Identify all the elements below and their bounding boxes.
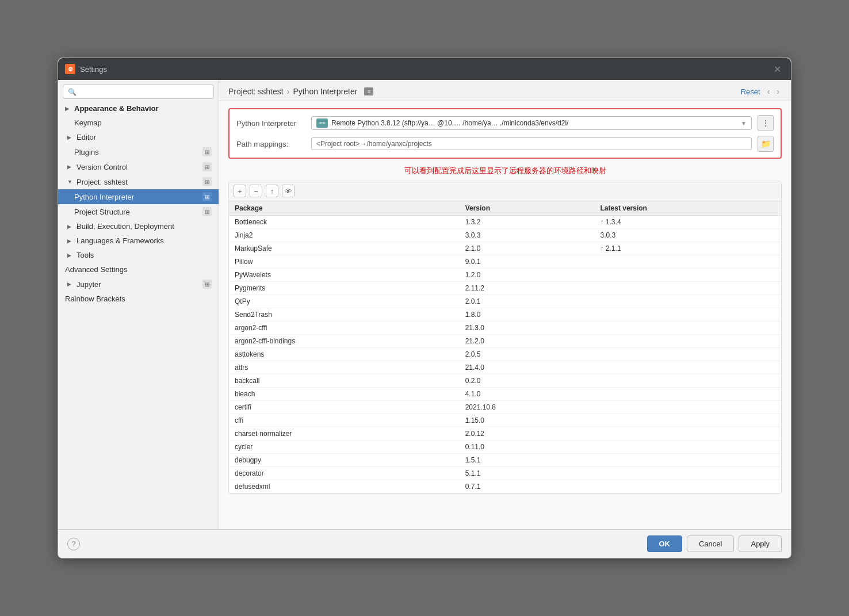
arrow-icon: ▼	[67, 179, 74, 185]
sidebar-item-advanced[interactable]: Advanced Settings	[58, 262, 219, 277]
table-row: argon2-cffi-bindings21.2.0	[229, 335, 781, 348]
arrow-icon: ▶	[65, 106, 72, 112]
packages-table: Package Version Latest version Bottlenec…	[229, 201, 781, 493]
help-button[interactable]: ?	[67, 538, 80, 550]
pkg-latest	[595, 282, 781, 295]
apply-button[interactable]: Apply	[739, 535, 782, 552]
pkg-name: backcall	[229, 374, 460, 388]
col-version: Version	[460, 201, 595, 216]
pkg-latest	[595, 361, 781, 374]
sidebar-item-editor[interactable]: ▶ Editor	[58, 130, 219, 144]
path-input[interactable]: <Project root>→/home/yanxc/projects	[311, 137, 752, 150]
interp-badge: ⊞	[202, 192, 212, 201]
pkg-version: 4.1.0	[460, 388, 595, 401]
table-row: certifi2021.10.8	[229, 401, 781, 414]
packages-toolbar: + − ↑ 👁	[229, 181, 781, 201]
pkg-latest	[595, 295, 781, 308]
pkg-name: debugpy	[229, 454, 460, 467]
interpreter-section: Python Interpreter ≡≡ Remote Python 3.8.…	[228, 108, 782, 159]
arrow-icon: ▶	[67, 281, 74, 287]
pkg-version: 3.0.3	[460, 229, 595, 242]
pkg-latest: ↑ 1.3.4	[595, 216, 781, 229]
path-label: Path mappings:	[236, 140, 305, 148]
search-box[interactable]: 🔍	[63, 85, 214, 99]
pkg-version: 1.3.2	[460, 216, 595, 229]
main-content: Project: sshtest › Python Interpreter ≡ …	[219, 80, 791, 529]
pkg-version: 9.0.1	[460, 255, 595, 269]
reset-button[interactable]: Reset	[741, 87, 760, 96]
interpreter-value: Remote Python 3.8.12 (sftp://ya… @10.… /…	[331, 119, 737, 127]
footer-left: ?	[67, 535, 80, 552]
pkg-version: 21.2.0	[460, 335, 595, 348]
pkg-name: defusedxml	[229, 480, 460, 493]
pkg-name: bleach	[229, 388, 460, 401]
pkg-name: asttokens	[229, 348, 460, 361]
pkg-latest	[595, 401, 781, 414]
app-icon: ⚙	[65, 64, 75, 74]
nav-fwd-button[interactable]: ›	[774, 86, 782, 97]
pkg-latest	[595, 255, 781, 269]
sidebar-item-rainbow[interactable]: Rainbow Brackets	[58, 292, 219, 306]
vc-badge: ⊞	[202, 162, 212, 171]
pkg-version: 1.5.1	[460, 454, 595, 467]
pkg-name: Pillow	[229, 255, 460, 269]
sidebar-item-version-control[interactable]: ▶ Version Control ⊞	[58, 159, 219, 174]
sidebar-item-languages[interactable]: ▶ Languages & Frameworks	[58, 234, 219, 248]
pkg-latest	[595, 308, 781, 322]
pkg-name: attrs	[229, 361, 460, 374]
folder-button[interactable]: 📁	[758, 136, 774, 152]
upgrade-package-button[interactable]: ↑	[266, 185, 278, 197]
pkg-latest	[595, 348, 781, 361]
remote-python-icon: ≡≡	[316, 118, 328, 128]
show-early-access-button[interactable]: 👁	[282, 185, 295, 197]
sidebar-item-project[interactable]: ▼ Project: sshtest ⊞	[58, 174, 219, 189]
search-input[interactable]	[79, 87, 209, 96]
pkg-name: PyWavelets	[229, 269, 460, 282]
sidebar-item-appearance[interactable]: ▶ Appearance & Behavior	[58, 101, 219, 116]
pkg-name: cycler	[229, 441, 460, 454]
add-package-button[interactable]: +	[234, 185, 246, 197]
interpreter-dropdown[interactable]: ≡≡ Remote Python 3.8.12 (sftp://ya… @10.…	[311, 116, 752, 130]
pkg-version: 0.2.0	[460, 374, 595, 388]
pkg-version: 21.4.0	[460, 361, 595, 374]
pkg-latest	[595, 335, 781, 348]
sidebar-item-tools[interactable]: ▶ Tools	[58, 248, 219, 262]
dialog-footer: ? OK Cancel Apply	[58, 529, 791, 558]
sidebar-item-plugins[interactable]: Plugins ⊞	[58, 144, 219, 159]
pkg-latest	[595, 467, 781, 480]
remove-package-button[interactable]: −	[250, 185, 262, 197]
pkg-name: Jinja2	[229, 229, 460, 242]
pkg-latest	[595, 427, 781, 441]
title-bar-left: ⚙ Settings	[65, 64, 107, 74]
table-row: PyWavelets1.2.0	[229, 269, 781, 282]
pkg-name: QtPy	[229, 295, 460, 308]
close-button[interactable]: ✕	[770, 62, 784, 76]
interpreter-more-button[interactable]: ⋮	[758, 115, 774, 131]
main-scroll-area[interactable]: Python Interpreter ≡≡ Remote Python 3.8.…	[219, 101, 791, 529]
ok-button[interactable]: OK	[647, 535, 683, 552]
arrow-icon: ▶	[67, 252, 74, 258]
title-bar: ⚙ Settings ✕	[58, 58, 791, 80]
cancel-button[interactable]: Cancel	[687, 535, 734, 552]
sidebar-item-keymap[interactable]: Keymap	[58, 116, 219, 130]
sidebar-item-python-interpreter[interactable]: Python Interpreter ⊞	[58, 189, 219, 204]
sidebar-item-build[interactable]: ▶ Build, Execution, Deployment	[58, 219, 219, 234]
interpreter-row: Python Interpreter ≡≡ Remote Python 3.8.…	[236, 115, 774, 131]
sidebar-item-project-structure[interactable]: Project Structure ⊞	[58, 204, 219, 219]
table-row: backcall0.2.0	[229, 374, 781, 388]
pkg-version: 0.7.1	[460, 480, 595, 493]
table-row: defusedxml0.7.1	[229, 480, 781, 493]
table-row: attrs21.4.0	[229, 361, 781, 374]
main-header: Project: sshtest › Python Interpreter ≡ …	[219, 80, 791, 101]
sidebar: 🔍 ▶ Appearance & Behavior Keymap ▶ Edito…	[58, 80, 219, 529]
pkg-version: 2.0.12	[460, 427, 595, 441]
pkg-latest	[595, 441, 781, 454]
arrow-icon: ▶	[67, 224, 74, 229]
sidebar-item-jupyter[interactable]: ▶ Jupyter ⊞	[58, 277, 219, 292]
pkg-version: 2.11.2	[460, 282, 595, 295]
pkg-latest: 3.0.3	[595, 229, 781, 242]
table-row: Jinja23.0.33.0.3	[229, 229, 781, 242]
settings-dialog: ⚙ Settings ✕ 🔍 ▶ Appearance & Behavior K…	[58, 58, 791, 558]
nav-back-button[interactable]: ‹	[765, 86, 772, 97]
pkg-latest	[595, 374, 781, 388]
